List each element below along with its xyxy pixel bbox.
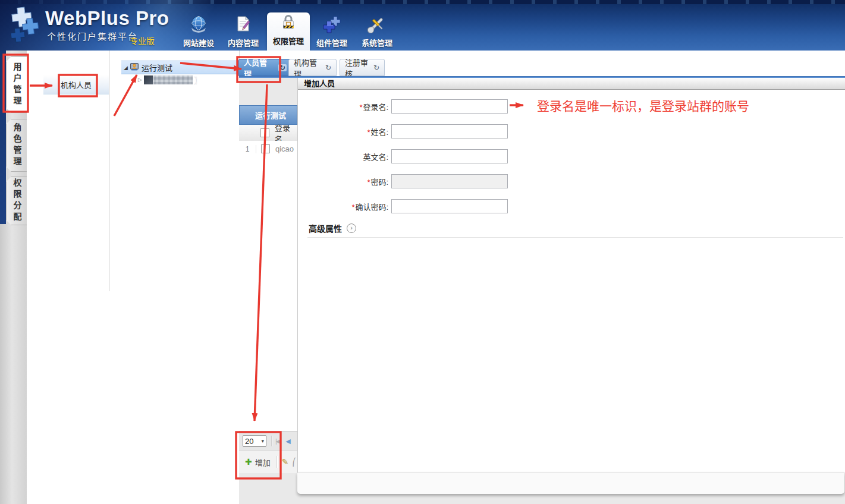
advanced-properties-label: 高级属性 — [309, 222, 342, 234]
form-footer-bar — [297, 472, 844, 494]
nav-label: 系统管理 — [362, 37, 392, 48]
advanced-expand-icon[interactable]: › — [347, 223, 356, 233]
org-panel: 机构人员 — [27, 51, 109, 504]
tab-label: 机构管理 — [294, 56, 322, 79]
nav-item-site-building[interactable]: 网站建设 — [177, 14, 220, 49]
confirm-password-input[interactable] — [391, 199, 508, 213]
password-input[interactable] — [391, 174, 508, 188]
webplus-logo-icon — [7, 4, 45, 50]
name-input[interactable] — [391, 124, 508, 138]
lock-icon — [279, 12, 298, 34]
required-mark: * — [367, 128, 370, 137]
pager-divider — [271, 436, 272, 446]
tools-icon — [367, 14, 387, 36]
form-section-title: 增加人员 — [298, 78, 845, 90]
org-tree-panel: ◢ 运行测试 ▷ 〗 — [109, 51, 239, 504]
org-person-label: 机构人员 — [61, 79, 92, 90]
pagination-bar: 20 ▾ |◀ ◀ — [239, 431, 297, 451]
list-group-title: 运行测试 — [255, 109, 286, 121]
login-input[interactable] — [391, 99, 508, 114]
required-mark: * — [352, 203, 355, 212]
row-login-value: qicao — [275, 144, 294, 153]
first-page-icon[interactable]: |◀ — [275, 437, 279, 445]
list-toolbar: ✚ 增加 ✎ ⎛ — [239, 450, 297, 473]
list-body — [239, 157, 297, 431]
english-name-input[interactable] — [391, 149, 508, 163]
left-navy-decoration — [0, 51, 6, 224]
table-row[interactable]: 1 qicao — [239, 141, 297, 158]
required-mark: * — [367, 178, 370, 187]
required-mark: * — [360, 103, 363, 112]
tree-child-ghost-char: 〗 — [194, 74, 202, 86]
nav-label: 权限管理 — [273, 35, 304, 46]
add-button[interactable]: ✚ 增加 — [245, 456, 271, 468]
page-size-value: 20 — [245, 437, 253, 446]
chevron-down-icon: ▾ — [261, 438, 264, 444]
sidebar-tab-label: 用户管理 — [11, 62, 23, 108]
tree-node-root[interactable]: ◢ 运行测试 — [121, 61, 239, 74]
org-group-icon — [130, 62, 139, 74]
refresh-icon[interactable]: ↻ — [278, 64, 287, 71]
previous-page-icon[interactable]: ◀ — [285, 437, 289, 445]
add-button-label: 增加 — [255, 456, 271, 468]
nav-item-permission-management[interactable]: 权限管理 — [267, 12, 310, 51]
app-edition-badge: 专业版 — [130, 34, 155, 46]
org-person-menu-item[interactable]: 机构人员 — [43, 75, 109, 94]
advanced-properties-section: 高级属性 › — [309, 222, 356, 234]
password-field-label: *密码: — [298, 176, 388, 187]
nav-label: 组件管理 — [316, 37, 347, 48]
list-column-header-row: 登录名 — [239, 125, 297, 141]
form-row-confirm-password: *确认密码: — [298, 199, 508, 213]
add-person-form-panel: 增加人员 *登录名: *姓名: 英文名: *密码: *确认密码: 高级属性 › — [297, 78, 845, 472]
plus-icon: ✚ — [245, 457, 252, 467]
app-title: WebPlus Pro — [45, 7, 169, 30]
refresh-icon[interactable]: ↻ — [325, 64, 331, 71]
globe-icon — [189, 14, 208, 36]
english-name-field-label: 英文名: — [298, 151, 388, 162]
tab-registration-review[interactable]: 注册审核 ↻ — [340, 59, 385, 76]
sidebar-tab-label: 角色管理 — [11, 123, 23, 168]
tab-label: 注册审核 — [345, 56, 370, 79]
page-size-select[interactable]: 20 ▾ — [243, 435, 266, 447]
document-icon — [234, 14, 253, 36]
tree-child-censored-label — [153, 75, 193, 84]
select-all-checkbox[interactable] — [260, 128, 269, 137]
tree-node-child[interactable]: ▷ 〗 — [138, 74, 202, 85]
toolbar-divider — [277, 456, 277, 468]
nav-item-content-management[interactable]: 内容管理 — [222, 14, 265, 49]
sidebar-tab-permission-assignment[interactable]: 权限分配 — [6, 177, 27, 225]
confirm-password-field-label: *确认密码: — [298, 201, 388, 212]
sidebar-tab-user-management[interactable]: 用户管理 — [6, 56, 27, 113]
edit-icon-partial[interactable]: ⎛ — [292, 458, 296, 467]
edit-pencil-icon[interactable]: ✎ — [282, 457, 289, 467]
refresh-icon[interactable]: ↻ — [373, 64, 379, 71]
login-field-label: *登录名: — [298, 101, 388, 112]
form-row-login: *登录名: — [298, 99, 508, 114]
app-header: WebPlus Pro 个性化门户集群平台 专业版 网站建设 — [0, 0, 845, 51]
row-number: 1 — [239, 145, 256, 153]
tab-personnel-management[interactable]: 人员管理 ↻ — [238, 59, 292, 76]
component-icon — [322, 14, 341, 36]
form-row-name: *姓名: — [298, 124, 508, 138]
tab-label: 人员管理 — [244, 56, 275, 79]
name-field-label: *姓名: — [298, 126, 388, 137]
form-row-english-name: 英文名: — [298, 149, 508, 163]
nav-item-system-management[interactable]: 系统管理 — [356, 14, 398, 49]
tree-collapsed-icon[interactable]: ▷ — [138, 77, 142, 83]
row-checkbox[interactable] — [261, 144, 270, 153]
tree-expanded-icon[interactable]: ◢ — [124, 65, 130, 71]
nav-label: 内容管理 — [228, 37, 259, 48]
tree-node-label: 运行测试 — [142, 62, 172, 73]
app-subtitle: 个性化门户集群平台 — [47, 30, 138, 42]
nav-item-component-management[interactable]: 组件管理 — [310, 14, 353, 49]
form-row-password: *密码: — [298, 174, 508, 188]
tab-organization-management[interactable]: 机构管理 ↻ — [288, 59, 337, 76]
nav-label: 网站建设 — [183, 37, 214, 48]
sidebar-tab-role-management[interactable]: 角色管理 — [6, 119, 27, 172]
section-divider — [307, 237, 843, 238]
sidebar-tab-label: 权限分配 — [11, 178, 23, 223]
personnel-list-panel: 运行测试 登录名 1 qicao 20 ▾ |◀ ◀ ✚ 增加 ✎ ⎛ — [239, 78, 297, 504]
tree-child-icon — [144, 75, 153, 84]
